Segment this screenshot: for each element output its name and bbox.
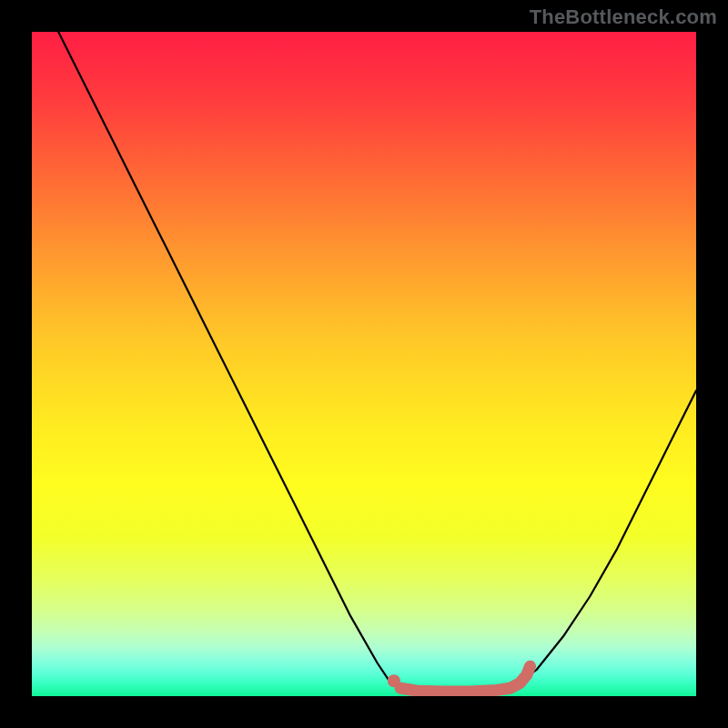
- bottleneck-curve: [32, 32, 696, 693]
- chart-frame: TheBottleneck.com: [0, 0, 728, 728]
- attribution-label: TheBottleneck.com: [530, 5, 717, 29]
- plot-area: [32, 32, 696, 696]
- chart-svg: [32, 32, 696, 696]
- marker-dot: [388, 674, 400, 687]
- optimal-range-highlight: [400, 666, 530, 692]
